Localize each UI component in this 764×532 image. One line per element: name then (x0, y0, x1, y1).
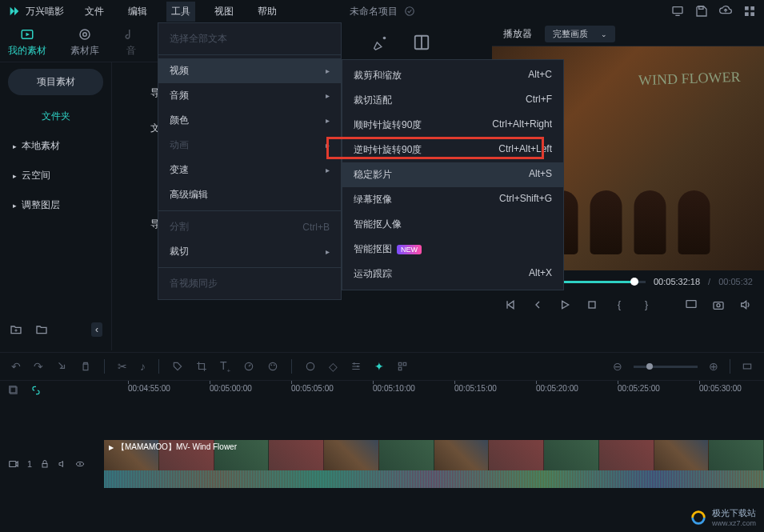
check-circle-icon (404, 6, 415, 17)
tab-audio[interactable]: 音 (123, 27, 139, 58)
stop-icon[interactable] (585, 298, 599, 312)
video-clip[interactable]: 【MAMAMOO】MV- Wind Flower (104, 440, 764, 488)
save-icon[interactable] (695, 5, 708, 18)
tab-my-assets[interactable]: 我的素材 (8, 27, 46, 58)
timeline-ruler[interactable]: 00:04:55:00 00:05:00:00 00:05:05:00 00:0… (104, 381, 764, 400)
undo-icon[interactable]: ↶ (11, 360, 21, 373)
dd-rotate-ccw[interactable]: 逆时针旋转90度Ctrl+Alt+Left (342, 138, 563, 162)
svg-rect-2 (699, 6, 703, 9)
tag-icon[interactable] (172, 361, 183, 372)
collapse-sidebar-icon[interactable]: ‹ (91, 322, 102, 337)
new-folder-icon[interactable] (10, 323, 22, 336)
zoom-in-icon[interactable]: ⊕ (709, 360, 718, 373)
lock-icon[interactable] (40, 459, 50, 469)
svg-rect-4 (750, 6, 754, 10)
project-name: 未命名项目 (350, 5, 398, 18)
layout-icon[interactable] (413, 34, 430, 51)
snapshot-icon[interactable] (711, 298, 726, 312)
player-label: 播放器 (503, 27, 532, 41)
quality-select[interactable]: 完整画质⌄ (545, 26, 615, 42)
timeline-layers-icon[interactable] (8, 385, 19, 396)
svg-point-22 (354, 362, 355, 364)
keyframe-icon[interactable]: ◇ (329, 360, 338, 373)
mark-out-icon[interactable]: } (639, 298, 654, 312)
dd-motion-track[interactable]: 运动跟踪Alt+X (342, 262, 563, 286)
sidebar-project-assets[interactable]: 项目素材 (8, 69, 103, 95)
step-back-icon[interactable] (530, 298, 545, 312)
sidebar-item-adjust[interactable]: ▸调整图层 (0, 190, 111, 220)
zoom-out-icon[interactable]: ⊖ (613, 360, 622, 373)
volume-icon[interactable] (738, 298, 753, 312)
text-icon[interactable]: T+ (220, 359, 230, 374)
auto-icon[interactable]: ✦ (374, 360, 384, 373)
sidebar-folder[interactable]: 文件夹 (0, 102, 111, 131)
app-name: 万兴喵影 (26, 5, 64, 18)
dd-video[interactable]: 视频▸ (158, 58, 341, 83)
cloud-upload-icon[interactable] (719, 5, 732, 18)
sidebar: 项目素材 文件夹 ▸本地素材 ▸云空间 ▸调整图层 (0, 62, 112, 350)
svg-rect-30 (10, 462, 16, 467)
prev-frame-icon[interactable] (503, 298, 518, 312)
dd-advanced-edit[interactable]: 高级编辑 (158, 182, 341, 207)
redo-icon[interactable]: ↷ (34, 360, 43, 373)
fit-icon[interactable] (742, 361, 753, 372)
timeline-link-icon[interactable] (30, 385, 42, 396)
visibility-icon[interactable] (75, 459, 85, 469)
svg-point-0 (405, 7, 414, 16)
menu-tools[interactable]: 工具 (166, 2, 195, 22)
grid-icon[interactable] (397, 361, 408, 372)
dd-green-screen[interactable]: 绿幕抠像Ctrl+Shift+G (342, 187, 563, 212)
mask-icon[interactable] (305, 361, 316, 372)
music-icon[interactable]: ♪ (140, 360, 146, 373)
play-icon[interactable] (558, 298, 572, 312)
svg-rect-31 (42, 464, 47, 468)
dd-animation: 动画▸ (158, 133, 341, 158)
crop-tl-icon[interactable] (196, 361, 207, 372)
palette-icon[interactable] (267, 361, 278, 372)
svg-point-19 (271, 364, 273, 366)
svg-point-21 (307, 362, 314, 370)
dd-audio[interactable]: 音频▸ (158, 83, 341, 108)
dd-crop-zoom[interactable]: 裁剪和缩放Alt+C (342, 63, 563, 88)
zoom-slider[interactable] (634, 366, 698, 368)
mute-icon[interactable] (58, 459, 67, 469)
dd-speed[interactable]: 变速▸ (158, 158, 341, 182)
sidebar-item-cloud[interactable]: ▸云空间 (0, 161, 111, 190)
svg-point-16 (717, 304, 720, 307)
mark-in-icon[interactable]: { (612, 298, 626, 312)
video-track: 1 【MAMAMOO】MV- Wind Flower (0, 440, 764, 488)
dd-stabilize[interactable]: 稳定影片Alt+S (342, 162, 563, 187)
apps-icon[interactable] (743, 5, 756, 18)
menu-help[interactable]: 帮助 (253, 2, 282, 22)
dd-crop-fit[interactable]: 裁切适配Ctrl+F (342, 88, 563, 113)
menu-view[interactable]: 视图 (210, 2, 238, 22)
cut-icon[interactable]: ✂ (118, 360, 127, 373)
speed-icon[interactable] (243, 361, 254, 372)
dd-split: 分割Ctrl+B (158, 214, 341, 239)
svg-point-18 (270, 362, 277, 370)
dd-smart-portrait[interactable]: 智能抠人像 (342, 212, 563, 237)
menu-edit[interactable]: 编辑 (123, 2, 152, 22)
dd-rotate-cw[interactable]: 顺时针旋转90度Ctrl+Alt+Right (342, 113, 563, 138)
timeline: 00:04:55:00 00:05:00:00 00:05:05:00 00:0… (0, 381, 764, 532)
dd-crop[interactable]: 裁切▸ (158, 239, 341, 264)
app-logo: 万兴喵影 (8, 5, 64, 18)
lasso-icon[interactable] (56, 361, 67, 372)
dd-av-sync: 音视频同步 (158, 271, 341, 296)
delete-icon[interactable] (80, 361, 91, 372)
sidebar-item-local[interactable]: ▸本地素材 (0, 131, 111, 161)
dd-color[interactable]: 颜色▸ (158, 108, 341, 133)
tab-asset-library[interactable]: 素材库 (70, 27, 99, 58)
dd-smart-cutout[interactable]: 智能抠图NEW (342, 237, 563, 262)
monitor-icon[interactable] (671, 5, 684, 18)
svg-rect-1 (673, 7, 682, 14)
folder-icon[interactable] (35, 323, 48, 336)
timeline-toolbar: ↶ ↷ ✂ ♪ T+ ◇ ✦ ⊖ ⊕ (0, 352, 764, 381)
cast-icon[interactable] (684, 298, 698, 312)
menubar: 文件 编辑 工具 视图 帮助 (80, 2, 282, 22)
svg-point-20 (274, 364, 275, 366)
brush-icon[interactable] (371, 34, 389, 51)
menu-file[interactable]: 文件 (80, 2, 109, 22)
sliders-icon[interactable] (350, 361, 362, 372)
tools-dropdown: 选择全部文本 视频▸ 音频▸ 颜色▸ 动画▸ 变速▸ 高级编辑 分割Ctrl+B… (158, 22, 342, 300)
